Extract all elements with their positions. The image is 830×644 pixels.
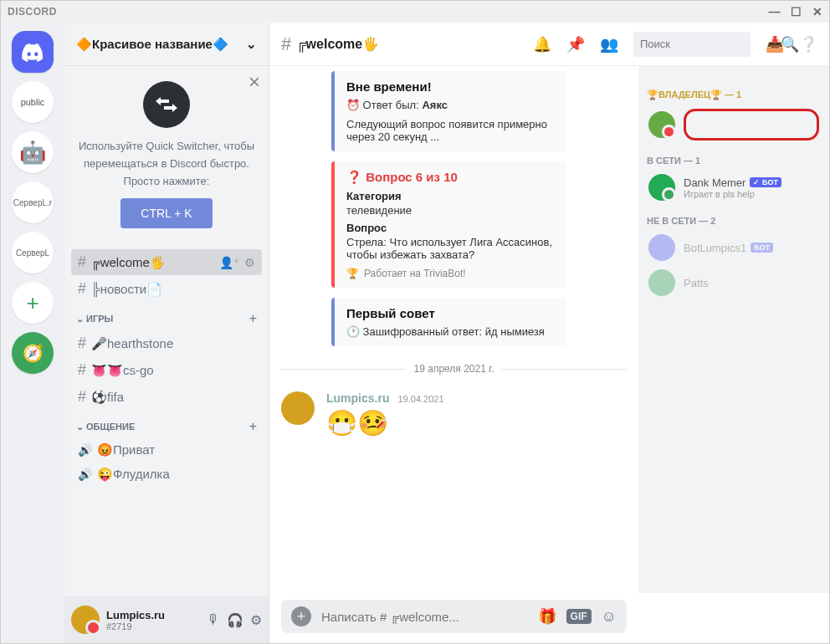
- search-input[interactable]: [640, 38, 781, 50]
- add-server-button[interactable]: +: [12, 282, 54, 324]
- channel-csgo[interactable]: #👅👅cs-go: [71, 357, 262, 383]
- swap-icon: [143, 81, 190, 128]
- group-offline: НЕ В СЕТИ — 2: [647, 216, 821, 226]
- close-icon[interactable]: ×: [248, 66, 260, 98]
- group-online: В СЕТИ — 1: [647, 156, 821, 166]
- category-games[interactable]: ⌄ ИГРЫ +: [71, 303, 262, 330]
- gear-icon[interactable]: ⚙: [244, 256, 255, 269]
- voice-privat[interactable]: 🔊😡Приват: [71, 438, 262, 462]
- inbox-icon[interactable]: 📥: [766, 35, 784, 54]
- member-patts[interactable]: Patts: [647, 266, 821, 299]
- minimize-button[interactable]: —: [769, 5, 781, 18]
- speaker-icon: 🔊: [78, 443, 92, 457]
- explore-button[interactable]: 🧭: [12, 332, 54, 374]
- avatar: [648, 111, 675, 138]
- message-author[interactable]: Lumpics.ru: [326, 391, 389, 405]
- embed-question: ❓ Вопрос 6 из 10 Категория телевидение В…: [331, 161, 566, 288]
- channel-welcome[interactable]: # ╔welcome🖐️ 👤⁺⚙: [71, 249, 262, 275]
- message-input-bar: + 🎁 GIF ☺: [281, 600, 627, 633]
- date-divider: 19 апреля 2021 г.: [281, 363, 627, 375]
- home-button[interactable]: [12, 31, 54, 73]
- trophy-icon: 🏆: [346, 268, 359, 279]
- message-input[interactable]: [321, 610, 528, 624]
- mute-icon[interactable]: 🎙: [207, 612, 220, 627]
- chevron-down-icon: ⌄: [76, 314, 86, 324]
- quick-switcher-promo: × Используйте Quick Switcher, чтобы пере…: [64, 66, 269, 243]
- deafen-icon[interactable]: 🎧: [227, 612, 243, 628]
- user-info[interactable]: Lumpics.ru #2719: [106, 609, 200, 631]
- hash-icon: #: [78, 335, 86, 352]
- channel-list: # ╔welcome🖐️ 👤⁺⚙ # ╠новости📄 ⌄ ИГРЫ + #🎤…: [64, 243, 269, 596]
- avatar: [648, 174, 675, 201]
- user-avatar[interactable]: [71, 606, 100, 634]
- search-box[interactable]: 🔍: [633, 32, 751, 57]
- bot-tag: БОТ: [751, 243, 773, 253]
- hash-icon: #: [78, 253, 86, 271]
- guilds-bar: public 🤖 СерверL.r СерверL + 🧭: [1, 23, 64, 643]
- guild-robot[interactable]: 🤖: [12, 131, 54, 173]
- hash-icon: #: [78, 388, 86, 406]
- member-dank[interactable]: Dank Memer✓ БОТ Играет в pls help: [647, 171, 821, 204]
- hash-icon: #: [78, 280, 86, 298]
- add-channel-icon[interactable]: +: [249, 311, 257, 326]
- window-controls: — ☐ ✕: [769, 5, 823, 18]
- embed-timeout: Вне времени! ⏰ Ответ был: Аякс Следующий…: [331, 71, 566, 151]
- gift-icon[interactable]: 🎁: [538, 607, 556, 626]
- owner-highlight-box: [684, 109, 819, 141]
- server-name: 🔶Красивое название🔷: [76, 37, 228, 52]
- channel-header: # ╔welcome🖐️ 🔔 📌 👥 🔍 📥 ❔: [269, 23, 829, 66]
- channel-sidebar: 🔶Красивое название🔷 ⌄ × Используйте Quic…: [64, 23, 269, 643]
- qs-text: Используйте Quick Switcher, чтобы переме…: [78, 138, 255, 190]
- avatar: [648, 234, 675, 261]
- invite-icon[interactable]: 👤⁺: [219, 256, 239, 269]
- group-owner: 🏆ВЛАДЕЛЕЦ🏆 — 1: [647, 89, 821, 100]
- server-header[interactable]: 🔶Красивое название🔷 ⌄: [64, 23, 269, 66]
- add-channel-icon[interactable]: +: [249, 419, 257, 434]
- qs-shortcut-button[interactable]: CTRL + K: [120, 198, 212, 228]
- emoji-icon[interactable]: ☺: [602, 608, 617, 626]
- help-icon[interactable]: ❔: [799, 35, 817, 54]
- member-list: 🏆ВЛАДЕЛЕЦ🏆 — 1 В СЕТИ — 1 Dank Memer✓ БО…: [638, 66, 829, 593]
- close-button[interactable]: ✕: [812, 5, 823, 18]
- bot-tag: ✓ БОТ: [750, 177, 781, 187]
- settings-icon[interactable]: ⚙: [250, 612, 262, 628]
- member-owner[interactable]: [647, 105, 821, 144]
- hash-icon: #: [78, 361, 86, 379]
- guild-server2[interactable]: СерверL: [12, 232, 54, 273]
- channel-news[interactable]: # ╠новости📄: [71, 276, 262, 302]
- guild-server1[interactable]: СерверL.r: [12, 181, 54, 223]
- guild-public[interactable]: public: [12, 81, 54, 123]
- chevron-down-icon: ⌄: [246, 37, 257, 52]
- member-botlumpics[interactable]: BotLumpics1БОТ: [647, 231, 821, 264]
- members-icon[interactable]: 👥: [600, 35, 618, 54]
- avatar: [648, 269, 675, 296]
- maximize-button[interactable]: ☐: [791, 5, 802, 18]
- notifications-icon[interactable]: 🔔: [533, 35, 551, 54]
- pinned-icon[interactable]: 📌: [566, 35, 585, 54]
- category-chat[interactable]: ⌄ ОБЩЕНИЕ +: [71, 411, 262, 437]
- main-area: # ╔welcome🖐️ 🔔 📌 👥 🔍 📥 ❔ Вне времени! ⏰: [269, 23, 829, 643]
- hash-icon: #: [281, 33, 291, 55]
- message-list: Вне времени! ⏰ Ответ был: Аякс Следующий…: [269, 66, 638, 593]
- embed-hint: Первый совет 🕐 Зашифрованный ответ: йд н…: [331, 298, 566, 346]
- titlebar: DISCORD — ☐ ✕: [1, 1, 829, 23]
- speaker-icon: 🔊: [78, 468, 92, 481]
- app-brand: DISCORD: [8, 6, 57, 18]
- message-avatar[interactable]: [281, 391, 315, 425]
- message-reactions[interactable]: 😷🤒: [326, 408, 444, 437]
- discord-logo-icon: [21, 40, 44, 64]
- attach-button[interactable]: +: [291, 606, 311, 626]
- gif-button[interactable]: GIF: [566, 609, 592, 624]
- channel-hearthstone[interactable]: #🎤hearthstone: [71, 330, 262, 356]
- channel-title: ╔welcome🖐️: [296, 36, 379, 52]
- user-panel: Lumpics.ru #2719 🎙 🎧 ⚙: [64, 596, 269, 643]
- channel-fifa[interactable]: #⚽fifa: [71, 384, 262, 410]
- chevron-down-icon: ⌄: [76, 422, 86, 432]
- message: Lumpics.ru 19.04.2021 😷🤒: [281, 391, 627, 437]
- voice-flood[interactable]: 🔊😜Флудилка: [71, 463, 262, 486]
- message-date: 19.04.2021: [397, 394, 443, 404]
